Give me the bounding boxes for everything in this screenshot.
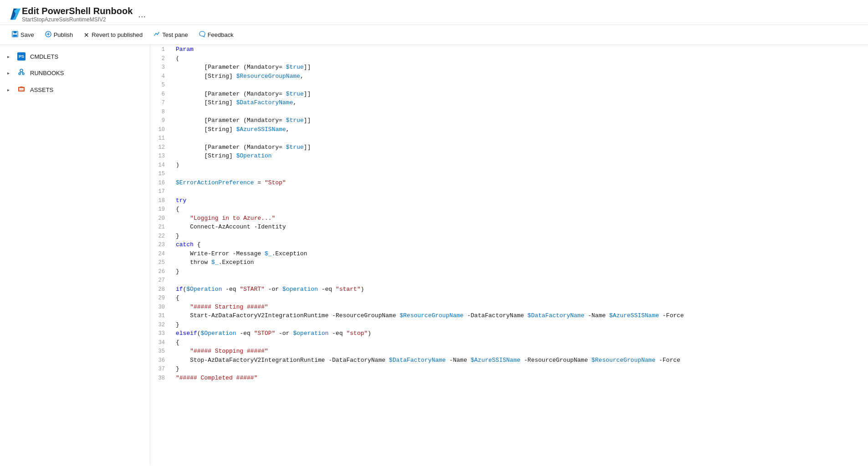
table-row: 22}	[150, 232, 868, 241]
line-number: 34	[150, 338, 172, 347]
chevron-right-icon: ▸	[7, 87, 13, 92]
line-number: 11	[150, 134, 172, 143]
table-row: 35 "##### Stopping #####"	[150, 347, 868, 356]
feedback-button[interactable]: Feedback	[194, 29, 238, 41]
line-number: 22	[150, 232, 172, 241]
line-number: 24	[150, 249, 172, 258]
line-number: 19	[150, 205, 172, 214]
table-row: 3 [Parameter (Mandatory= $true]]	[150, 63, 868, 72]
table-row: 21 Connect-AzAccount -Identity	[150, 223, 868, 232]
line-code[interactable]	[172, 187, 868, 196]
table-row: 4 [String] $ResourceGroupName,	[150, 72, 868, 81]
line-code[interactable]: {	[172, 294, 868, 303]
code-editor[interactable]: 1Param2(3 [Parameter (Mandatory= $true]]…	[150, 45, 868, 465]
line-code[interactable]: [Parameter (Mandatory= $true]]	[172, 63, 868, 72]
line-code[interactable]: "##### Completed #####"	[172, 374, 868, 383]
line-code[interactable]: )	[172, 161, 868, 170]
line-code[interactable]: [String] $ResourceGroupName,	[172, 72, 868, 81]
line-number: 8	[150, 107, 172, 116]
line-code[interactable]: Start-AzDataFactoryV2IntegrationRuntime …	[172, 311, 868, 320]
revert-icon: ✕	[84, 31, 89, 39]
line-code[interactable]: [String] $DataFactoryName,	[172, 98, 868, 107]
line-number: 35	[150, 347, 172, 356]
revert-button[interactable]: ✕ Revert to published	[79, 29, 147, 41]
line-code[interactable]: elseif($Operation -eq "STOP" -or $operat…	[172, 329, 868, 338]
more-button[interactable]: ...	[138, 10, 146, 19]
line-code[interactable]: "Logging in to Azure..."	[172, 214, 868, 223]
line-code[interactable]: {	[172, 205, 868, 214]
line-code[interactable]: [Parameter (Mandatory= $true]]	[172, 143, 868, 152]
table-row: 38"##### Completed #####"	[150, 374, 868, 383]
line-code[interactable]: catch {	[172, 240, 868, 249]
page-title: Edit PowerShell Runbook	[22, 5, 133, 16]
svg-line-10	[21, 72, 23, 73]
line-code[interactable]: (	[172, 54, 868, 63]
line-code[interactable]: if($Operation -eq "START" -or $operation…	[172, 285, 868, 294]
save-label: Save	[20, 31, 34, 38]
line-number: 6	[150, 90, 172, 99]
save-icon	[12, 31, 18, 39]
table-row: 19{	[150, 205, 868, 214]
table-row: 13 [String] $Operation	[150, 152, 868, 161]
line-code[interactable]: [Parameter (Mandatory= $true]]	[172, 116, 868, 125]
line-number: 21	[150, 223, 172, 232]
save-button[interactable]: Save	[7, 29, 39, 41]
line-code[interactable]: }	[172, 365, 868, 374]
runbooks-icon	[17, 68, 26, 78]
line-code[interactable]: [String] $AzureSSISName,	[172, 125, 868, 134]
table-row: 29{	[150, 294, 868, 303]
code-table: 1Param2(3 [Parameter (Mandatory= $true]]…	[150, 45, 868, 382]
line-number: 18	[150, 196, 172, 205]
azure-logo	[9, 8, 22, 20]
line-code[interactable]	[172, 134, 868, 143]
line-code[interactable]: "##### Stopping #####"	[172, 347, 868, 356]
line-code[interactable]: Connect-AzAccount -Identity	[172, 223, 868, 232]
line-code[interactable]	[172, 81, 868, 90]
revert-label: Revert to published	[92, 31, 143, 38]
sidebar-item-label: RUNBOOKS	[30, 70, 64, 76]
line-code[interactable]: }	[172, 267, 868, 276]
line-number: 14	[150, 161, 172, 170]
svg-point-8	[22, 73, 24, 75]
feedback-icon	[199, 31, 205, 39]
svg-point-6	[20, 69, 23, 72]
line-number: 25	[150, 258, 172, 267]
line-code[interactable]: throw $_.Exception	[172, 258, 868, 267]
line-number: 37	[150, 365, 172, 374]
sidebar-item-label: CMDLETS	[30, 53, 58, 60]
table-row: 26}	[150, 267, 868, 276]
line-code[interactable]: Param	[172, 45, 868, 54]
line-code[interactable]: {	[172, 338, 868, 347]
line-code[interactable]	[172, 107, 868, 116]
table-row: 8	[150, 107, 868, 116]
table-row: 16$ErrorActionPreference = "Stop"	[150, 178, 868, 187]
publish-button[interactable]: Publish	[41, 29, 78, 41]
line-code[interactable]: try	[172, 196, 868, 205]
line-code[interactable]: [Parameter (Mandatory= $true]]	[172, 90, 868, 99]
line-code[interactable]: $ErrorActionPreference = "Stop"	[172, 178, 868, 187]
line-code[interactable]	[172, 276, 868, 285]
line-number: 23	[150, 240, 172, 249]
line-code[interactable]: [String] $Operation	[172, 152, 868, 161]
line-code[interactable]: }	[172, 320, 868, 329]
publish-icon	[45, 31, 51, 39]
line-code[interactable]: Stop-AzDataFactoryV2IntegrationRuntime -…	[172, 356, 868, 365]
line-code[interactable]: Write-Error -Message $_.Exception	[172, 249, 868, 258]
line-number: 36	[150, 356, 172, 365]
table-row: 17	[150, 187, 868, 196]
testpane-button[interactable]: Test pane	[149, 29, 192, 41]
line-code[interactable]: "##### Starting #####"	[172, 303, 868, 312]
table-row: 10 [String] $AzureSSISName,	[150, 125, 868, 134]
table-row: 36 Stop-AzDataFactoryV2IntegrationRuntim…	[150, 356, 868, 365]
line-code[interactable]: }	[172, 232, 868, 241]
main-layout: ▸ PS CMDLETS ▸ RUNBOOKS ▸	[0, 45, 868, 465]
line-number: 5	[150, 81, 172, 90]
table-row: 31 Start-AzDataFactoryV2IntegrationRunti…	[150, 311, 868, 320]
line-number: 3	[150, 63, 172, 72]
line-code[interactable]	[172, 169, 868, 178]
line-number: 7	[150, 98, 172, 107]
sidebar-item-runbooks[interactable]: ▸ RUNBOOKS	[0, 64, 150, 81]
sidebar-item-assets[interactable]: ▸ ASSETS	[0, 81, 150, 98]
sidebar-item-cmdlets[interactable]: ▸ PS CMDLETS	[0, 49, 150, 64]
chevron-right-icon: ▸	[7, 54, 13, 59]
